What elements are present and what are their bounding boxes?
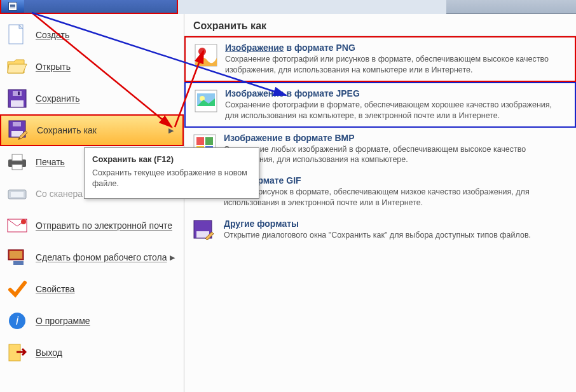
menu-email-label: Отправить по электронной почте bbox=[36, 220, 172, 231]
svg-rect-5 bbox=[18, 91, 20, 95]
png-desc: Сохранение фотографий или рисунков в фор… bbox=[225, 54, 567, 76]
envelope-icon bbox=[6, 215, 28, 236]
svg-rect-12 bbox=[12, 165, 22, 170]
file-menu-left: Создать Открыть Сохранить Сохранить как … bbox=[0, 14, 184, 392]
png-title: Изображение в формате PNG bbox=[225, 43, 567, 53]
menu-create[interactable]: Создать bbox=[0, 19, 184, 51]
svg-rect-18 bbox=[10, 251, 22, 259]
svg-point-24 bbox=[198, 48, 206, 55]
menu-exit[interactable]: Выход bbox=[0, 337, 184, 368]
file-menu: Создать Открыть Сохранить Сохранить как … bbox=[0, 14, 576, 392]
chevron-right-icon: ▶ bbox=[168, 126, 174, 135]
chevron-right-icon: ▶ bbox=[170, 253, 175, 262]
menu-save-as[interactable]: Сохранить как ▶ bbox=[0, 114, 184, 146]
svg-point-16 bbox=[21, 219, 26, 224]
jpeg-icon bbox=[193, 88, 219, 114]
menu-email[interactable]: Отправить по электронной почте bbox=[0, 210, 184, 241]
printer-icon bbox=[6, 151, 28, 173]
gif-title: ие в формате GIF bbox=[224, 175, 568, 186]
new-file-icon bbox=[6, 24, 28, 46]
floppy-icon bbox=[6, 88, 28, 109]
app-menu-button[interactable] bbox=[1, 0, 24, 13]
menu-about-label: О программе bbox=[36, 316, 90, 326]
menu-properties-label: Свойства bbox=[36, 284, 74, 294]
svg-rect-29 bbox=[196, 137, 204, 145]
menu-wallpaper-label: Сделать фоном рабочего стола bbox=[36, 252, 167, 262]
svg-rect-30 bbox=[205, 137, 213, 145]
svg-rect-8 bbox=[13, 122, 21, 126]
title-bar-right bbox=[446, 0, 576, 14]
menu-create-label: Создать bbox=[36, 30, 69, 40]
gif-desc: простого рисунок в формате, обеспечивающ… bbox=[224, 187, 568, 208]
menu-save-label: Сохранить bbox=[36, 93, 80, 104]
menu-wallpaper[interactable]: Сделать фоном рабочего стола ▶ bbox=[0, 241, 184, 273]
menu-exit-label: Выход bbox=[36, 348, 62, 358]
floppy-pencil-icon bbox=[8, 119, 29, 141]
save-as-png[interactable]: Изображение в формате PNG Сохранение фот… bbox=[184, 36, 576, 82]
jpeg-title: Изображение в формате JPEG bbox=[225, 88, 567, 98]
app-menu-button-area bbox=[0, 0, 178, 14]
save-as-tooltip: Сохранить как (F12) Сохранить текущее из… bbox=[84, 147, 259, 199]
other-formats-icon bbox=[192, 219, 217, 244]
png-icon bbox=[193, 43, 219, 68]
menu-save-as-label: Сохранить как bbox=[37, 125, 97, 135]
svg-rect-4 bbox=[13, 91, 22, 96]
menu-open-label: Открыть bbox=[36, 62, 71, 72]
submenu-header: Сохранить как bbox=[184, 14, 576, 36]
save-as-jpeg[interactable]: Изображение в формате JPEG Сохранение фо… bbox=[184, 82, 576, 128]
folder-open-icon bbox=[6, 56, 28, 78]
document-icon bbox=[8, 2, 17, 11]
svg-rect-19 bbox=[13, 261, 24, 265]
other-title: Другие форматы bbox=[224, 219, 568, 229]
desktop-icon bbox=[6, 247, 28, 268]
info-icon: i bbox=[6, 310, 28, 332]
tooltip-body: Сохранить текущее изображение в новом фа… bbox=[92, 168, 251, 189]
bmp-title: Изображение в формате BMP bbox=[224, 133, 568, 143]
checkmark-icon bbox=[6, 278, 28, 300]
save-as-submenu: Сохранить как Изображение в формате PNG … bbox=[184, 14, 576, 392]
menu-save[interactable]: Сохранить bbox=[0, 83, 184, 114]
save-as-other[interactable]: Другие форматы Открытие диалогового окна… bbox=[184, 213, 576, 249]
menu-about[interactable]: i О программе bbox=[0, 305, 184, 337]
menu-print-label: Печать bbox=[36, 157, 65, 167]
menu-open[interactable]: Открыть bbox=[0, 51, 184, 83]
jpeg-desc: Сохранение фотографии в формате, обеспеч… bbox=[225, 100, 567, 121]
scanner-icon bbox=[6, 183, 28, 205]
svg-rect-11 bbox=[12, 154, 22, 161]
exit-icon bbox=[6, 342, 28, 363]
svg-rect-3 bbox=[11, 100, 24, 107]
menu-properties[interactable]: Свойства bbox=[0, 273, 184, 305]
bmp-desc: Сохранение любых изображений в формате, … bbox=[224, 144, 568, 166]
svg-rect-14 bbox=[11, 192, 24, 197]
tooltip-title: Сохранить как (F12) bbox=[92, 154, 251, 164]
other-desc: Открытие диалогового окна "Сохранить как… bbox=[224, 230, 568, 241]
